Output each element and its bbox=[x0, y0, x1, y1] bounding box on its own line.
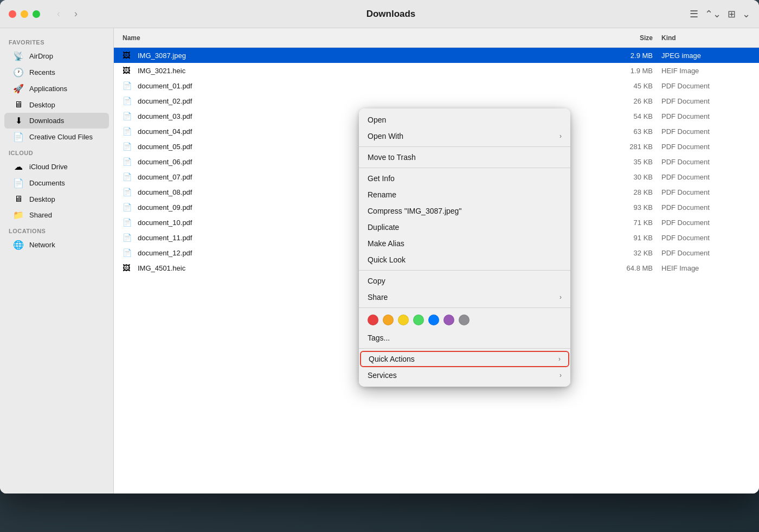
file-kind: PDF Document bbox=[653, 219, 750, 227]
col-kind-header[interactable]: Kind bbox=[653, 34, 750, 42]
airdrop-icon: 📡 bbox=[13, 51, 24, 61]
minimize-button[interactable] bbox=[21, 10, 28, 18]
menu-label-compress: Compress "IMG_3087.jpeg" bbox=[368, 207, 461, 215]
shared-icon: 📁 bbox=[13, 210, 24, 220]
close-button[interactable] bbox=[9, 10, 16, 18]
sidebar-label-downloads: Downloads bbox=[29, 117, 64, 125]
sidebar-label-network: Network bbox=[29, 241, 55, 249]
tag-gray[interactable] bbox=[459, 315, 469, 325]
table-row[interactable]: 📄 document_02.pdf 26 KB PDF Document bbox=[114, 93, 759, 108]
menu-item-get-info[interactable]: Get Info bbox=[359, 170, 570, 187]
file-icon: 📄 bbox=[123, 142, 133, 151]
file-size: 30 KB bbox=[599, 173, 653, 181]
menu-label-open-with: Open With bbox=[368, 132, 403, 140]
sidebar-item-network[interactable]: 🌐 Network bbox=[4, 237, 109, 253]
table-row[interactable]: 🖼 IMG_3021.heic 1.9 MB HEIF Image bbox=[114, 63, 759, 78]
icloud-drive-icon: ☁ bbox=[13, 162, 24, 172]
submenu-arrow-share: › bbox=[559, 293, 562, 301]
maximize-button[interactable] bbox=[33, 10, 40, 18]
icloud-label: iCloud bbox=[0, 145, 113, 158]
file-kind: PDF Document bbox=[653, 234, 750, 242]
table-row[interactable]: 🖼 IMG_3087.jpeg 2.9 MB JPEG image bbox=[114, 48, 759, 63]
menu-item-move-to-trash[interactable]: Move to Trash bbox=[359, 149, 570, 165]
menu-item-tags[interactable]: Tags... bbox=[359, 330, 570, 346]
menu-item-open[interactable]: Open bbox=[359, 112, 570, 128]
menu-item-rename[interactable]: Rename bbox=[359, 187, 570, 203]
sidebar-label-icloud-drive: iCloud Drive bbox=[29, 163, 68, 171]
file-icon: 📄 bbox=[123, 172, 133, 181]
sidebar-item-creative-cloud[interactable]: 📄 Creative Cloud Files bbox=[4, 129, 109, 145]
network-icon: 🌐 bbox=[13, 240, 24, 250]
tag-purple[interactable] bbox=[443, 315, 454, 325]
nav-arrows: ‹ › bbox=[51, 7, 83, 22]
col-name-header[interactable]: Name bbox=[123, 34, 599, 42]
window-controls bbox=[9, 10, 40, 18]
menu-item-copy[interactable]: Copy bbox=[359, 273, 570, 289]
table-row[interactable]: 📄 document_01.pdf 45 KB PDF Document bbox=[114, 78, 759, 93]
menu-separator-5 bbox=[359, 348, 570, 349]
view-options-icon[interactable]: ⌄ bbox=[742, 8, 750, 20]
sidebar-label-shared: Shared bbox=[29, 211, 52, 219]
menu-label-share: Share bbox=[368, 293, 388, 302]
file-icon: 🖼 bbox=[123, 264, 133, 272]
menu-item-make-alias[interactable]: Make Alias bbox=[359, 235, 570, 252]
sidebar-item-shared[interactable]: 📁 Shared bbox=[4, 207, 109, 223]
menu-label-rename: Rename bbox=[368, 190, 396, 199]
sidebar-item-applications[interactable]: 🚀 Applications bbox=[4, 81, 109, 97]
file-name: IMG_3021.heic bbox=[138, 67, 599, 75]
sidebar-item-desktop[interactable]: 🖥 Desktop bbox=[4, 97, 109, 112]
menu-item-open-with[interactable]: Open With › bbox=[359, 128, 570, 144]
sort-icon[interactable]: ⌃⌄ bbox=[705, 8, 721, 20]
file-size: 93 KB bbox=[599, 203, 653, 211]
menu-item-compress[interactable]: Compress "IMG_3087.jpeg" bbox=[359, 203, 570, 219]
list-view-icon[interactable]: ☰ bbox=[690, 8, 698, 20]
col-size-header[interactable]: Size bbox=[599, 34, 653, 42]
title-bar: ‹ › Downloads ☰ ⌃⌄ ⊞ ⌄ bbox=[0, 0, 759, 28]
file-kind: PDF Document bbox=[653, 82, 750, 90]
submenu-arrow-quick-actions: › bbox=[558, 355, 561, 363]
back-button[interactable]: ‹ bbox=[51, 7, 66, 22]
sidebar-label-applications: Applications bbox=[29, 85, 67, 93]
sidebar-item-documents[interactable]: 📄 Documents bbox=[4, 175, 109, 191]
tag-red[interactable] bbox=[368, 315, 378, 325]
file-size: 71 KB bbox=[599, 219, 653, 227]
file-size: 2.9 MB bbox=[599, 52, 653, 60]
menu-item-quick-actions[interactable]: Quick Actions › bbox=[360, 351, 569, 367]
sidebar-item-desktop-icloud[interactable]: 🖥 Desktop bbox=[4, 191, 109, 207]
menu-label-copy: Copy bbox=[368, 277, 385, 285]
sidebar-item-airdrop[interactable]: 📡 AirDrop bbox=[4, 48, 109, 64]
file-size: 26 KB bbox=[599, 97, 653, 105]
tag-green[interactable] bbox=[413, 315, 424, 325]
menu-item-share[interactable]: Share › bbox=[359, 289, 570, 305]
file-icon: 🖼 bbox=[123, 66, 133, 75]
menu-item-duplicate[interactable]: Duplicate bbox=[359, 219, 570, 235]
sidebar-item-icloud-drive[interactable]: ☁ iCloud Drive bbox=[4, 159, 109, 175]
recents-icon: 🕐 bbox=[13, 67, 24, 78]
tag-dots-row bbox=[359, 310, 570, 330]
sidebar-item-downloads[interactable]: ⬇ Downloads bbox=[4, 113, 109, 129]
menu-item-quick-look[interactable]: Quick Look bbox=[359, 252, 570, 268]
file-icon: 📄 bbox=[123, 157, 133, 166]
file-kind: PDF Document bbox=[653, 158, 750, 166]
menu-label-move-to-trash: Move to Trash bbox=[368, 153, 416, 162]
sidebar-item-recents[interactable]: 🕐 Recents bbox=[4, 65, 109, 80]
file-icon: 📄 bbox=[123, 248, 133, 257]
file-icon: 📄 bbox=[123, 97, 133, 105]
file-icon: 📄 bbox=[123, 127, 133, 136]
menu-item-services[interactable]: Services › bbox=[359, 367, 570, 383]
file-name: document_01.pdf bbox=[138, 82, 599, 90]
file-kind: PDF Document bbox=[653, 249, 750, 257]
applications-icon: 🚀 bbox=[13, 84, 24, 94]
grid-view-icon[interactable]: ⊞ bbox=[728, 8, 736, 20]
file-icon: 🖼 bbox=[123, 51, 133, 60]
file-kind: PDF Document bbox=[653, 112, 750, 120]
forward-button[interactable]: › bbox=[68, 7, 83, 22]
toolbar-right: ☰ ⌃⌄ ⊞ ⌄ bbox=[690, 8, 750, 20]
tag-orange[interactable] bbox=[383, 315, 394, 325]
file-kind: PDF Document bbox=[653, 97, 750, 105]
tag-yellow[interactable] bbox=[398, 315, 409, 325]
file-size: 54 KB bbox=[599, 112, 653, 120]
tag-blue[interactable] bbox=[428, 315, 439, 325]
file-size: 32 KB bbox=[599, 249, 653, 257]
menu-label-tags: Tags... bbox=[368, 334, 390, 342]
